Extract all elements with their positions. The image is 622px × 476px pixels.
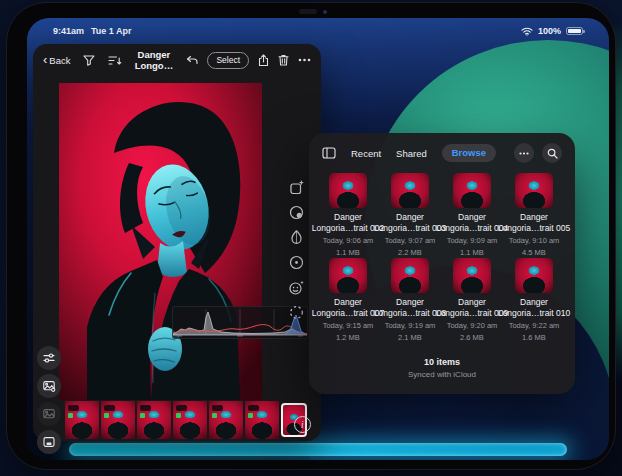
search-button[interactable] [542, 143, 562, 163]
edited-badge [176, 413, 181, 418]
filmstrip-thumbnail[interactable] [209, 401, 243, 439]
back-button[interactable]: ‹ Back [43, 55, 70, 66]
file-size: 4.5 MB [522, 248, 546, 258]
front-camera [299, 9, 317, 14]
photo-editor-window: ‹ Back Danger Longo… [33, 44, 321, 441]
marketing-backdrop: 9:41am Tue 1 Apr 100% ‹ [0, 0, 622, 476]
file-item[interactable]: DangerLongoria…trait 003 Today, 9:07 am … [379, 173, 441, 258]
filmstrip-thumbnail[interactable] [65, 401, 99, 439]
edited-badge [212, 413, 217, 418]
tab-recent[interactable]: Recent [351, 148, 381, 159]
ml-enhance-icon[interactable] [287, 178, 305, 196]
status-bar: 9:41am Tue 1 Apr 100% [27, 24, 609, 38]
file-size: 1.1 MB [336, 248, 360, 258]
file-date: Today, 9:15 am [323, 321, 374, 331]
file-thumbnail [515, 258, 553, 293]
edited-badge [104, 413, 109, 418]
file-thumbnail [515, 173, 553, 208]
item-count: 10 items [309, 357, 575, 367]
edited-photo[interactable] [59, 83, 262, 400]
photo-frame-button[interactable] [37, 402, 61, 426]
tab-browse[interactable]: Browse [442, 144, 496, 162]
filmstrip-thumbnail[interactable] [245, 401, 279, 439]
file-item[interactable]: DangerLongoria…trait 007 Today, 9:15 am … [317, 258, 379, 343]
edited-badge [248, 413, 253, 418]
file-size: 1.2 MB [336, 333, 360, 343]
file-item[interactable]: DangerLongoria…trait 005 Today, 9:10 am … [503, 173, 565, 258]
file-size: 2.2 MB [398, 248, 422, 258]
status-date: Tue 1 Apr [91, 26, 132, 36]
file-date: Today, 9:07 am [385, 236, 436, 246]
camera-sensor-dot [323, 10, 327, 14]
format-badge [140, 405, 151, 411]
file-item[interactable]: DangerLongoria…trait 010 Today, 9:22 am … [503, 258, 565, 343]
filmstrip-thumbnail[interactable] [173, 401, 207, 439]
exposure-icon[interactable] [287, 253, 305, 271]
ipad-screen: 9:41am Tue 1 Apr 100% ‹ [27, 18, 609, 460]
file-name: Danger [396, 297, 424, 307]
filter-button[interactable] [83, 55, 95, 66]
gallery-button[interactable] [37, 430, 61, 454]
file-size: 1.6 MB [522, 333, 546, 343]
selective-color-icon[interactable] [287, 228, 305, 246]
format-badge [104, 405, 115, 411]
file-item[interactable]: DangerLongoria…trait 002 Today, 9:06 am … [317, 173, 379, 258]
share-button[interactable] [258, 54, 269, 67]
sidebar-toggle-icon[interactable] [322, 147, 336, 159]
format-badge [248, 405, 259, 411]
adjust-button[interactable] [37, 346, 61, 370]
format-badge [68, 405, 79, 411]
editor-toolbar: ‹ Back Danger Longo… [33, 44, 321, 76]
files-footer: 10 items Synced with iCloud [309, 357, 575, 379]
photo-settings-button[interactable] [37, 374, 61, 398]
file-date: Today, 9:22 am [509, 321, 560, 331]
battery-percent: 100% [538, 26, 561, 36]
file-size: 1.1 MB [460, 248, 484, 258]
back-label: Back [49, 55, 70, 66]
files-more-button[interactable] [514, 143, 534, 163]
edited-badge [68, 413, 73, 418]
editor-mode-buttons [37, 346, 61, 454]
file-date: Today, 9:10 am [509, 236, 560, 246]
info-button[interactable]: i [294, 416, 311, 433]
file-grid: DangerLongoria…trait 002 Today, 9:06 am … [317, 173, 567, 343]
white-balance-icon[interactable] [287, 203, 305, 221]
filmstrip [65, 401, 307, 439]
wallpaper-glow-bar [69, 443, 567, 456]
file-item[interactable]: DangerLongoria…trait 008 Today, 9:19 am … [379, 258, 441, 343]
filmstrip-thumbnail[interactable] [101, 401, 135, 439]
files-header: Recent Shared Browse [309, 142, 575, 164]
file-item[interactable]: DangerLongoria…trait 004 Today, 9:09 am … [441, 173, 503, 258]
select-button[interactable]: Select [207, 52, 249, 69]
file-date: Today, 9:20 am [447, 321, 498, 331]
filmstrip-thumbnail[interactable] [137, 401, 171, 439]
wifi-icon [521, 27, 533, 36]
more-button[interactable] [298, 58, 311, 62]
ipad-device-frame: 9:41am Tue 1 Apr 100% ‹ [6, 2, 616, 470]
retouch-icon[interactable] [287, 278, 305, 296]
file-name: Danger [458, 297, 486, 307]
file-date: Today, 9:06 am [323, 236, 374, 246]
tab-shared[interactable]: Shared [396, 148, 427, 159]
file-name: Danger [334, 297, 362, 307]
chevron-left-icon: ‹ [43, 55, 47, 64]
file-date: Today, 9:19 am [385, 321, 436, 331]
denoise-icon[interactable] [287, 303, 305, 321]
sort-button[interactable] [108, 55, 122, 66]
file-thumbnail [453, 173, 491, 208]
trash-button[interactable] [278, 54, 289, 66]
undo-button[interactable] [185, 55, 198, 66]
file-thumbnail [391, 173, 429, 208]
editor-title: Danger Longo… [122, 49, 185, 71]
file-size: 2.6 MB [460, 333, 484, 343]
adjustment-tool-rail [287, 178, 305, 321]
file-name: Danger [396, 212, 424, 222]
format-badge [176, 405, 187, 411]
format-badge [212, 405, 223, 411]
file-name: Danger [520, 297, 548, 307]
file-item[interactable]: DangerLongoria…trait 009 Today, 9:20 am … [441, 258, 503, 343]
file-name: Danger [458, 212, 486, 222]
file-name: Danger [520, 212, 548, 222]
files-browser-panel: Recent Shared Browse [309, 133, 575, 394]
edited-badge [140, 413, 145, 418]
